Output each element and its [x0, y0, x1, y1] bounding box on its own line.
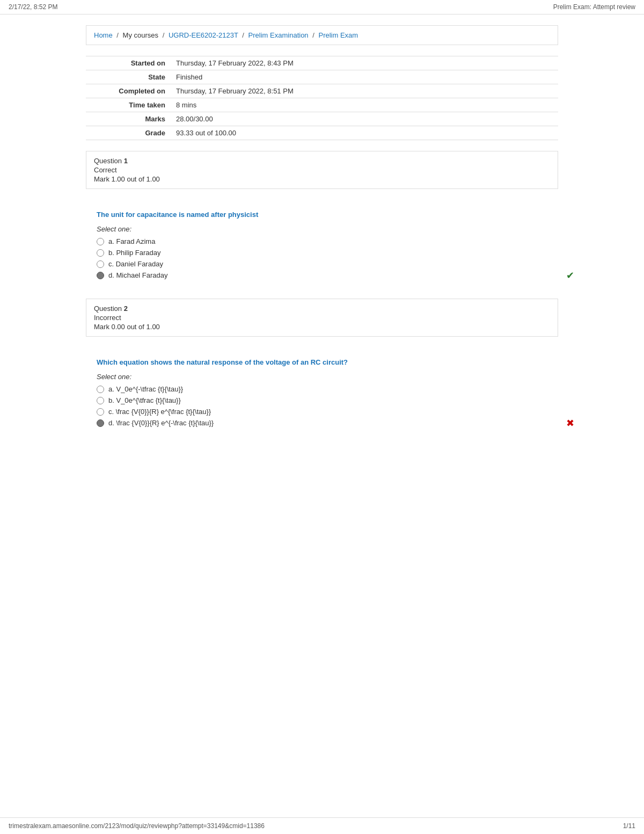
formula-box: V_0e^{\tfrac {t}{\tau}}	[116, 396, 180, 404]
formula-box: \frac {V{0}}{R} e^{-\frac {t}{\tau}}	[116, 419, 214, 427]
question-label: Question	[94, 304, 124, 313]
option-text: b. Philip Faraday	[108, 249, 161, 257]
option-radio	[97, 419, 104, 427]
option-text: c. Daniel Faraday	[108, 260, 163, 268]
breadcrumb: Home / My courses / UGRD-EE6202-2123T / …	[86, 25, 558, 45]
question-block: Question 1 Correct Mark 1.00 out of 1.00	[86, 151, 558, 189]
top-bar-datetime: 2/17/22, 8:52 PM	[9, 3, 57, 11]
info-label: State	[86, 70, 172, 84]
option-item: b. Philip Faraday	[97, 249, 558, 257]
question-block: Question 2 Incorrect Mark 0.00 out of 1.…	[86, 299, 558, 337]
info-table: Started on Thursday, 17 February 2022, 8…	[86, 56, 558, 140]
top-bar-title: Prelim Exam: Attempt review	[553, 3, 635, 11]
option-radio	[97, 238, 104, 245]
info-value: 28.00/30.00	[172, 112, 558, 126]
breadcrumb-sep4: /	[312, 31, 314, 39]
question-header: Question 2	[94, 304, 550, 313]
option-item: a. Farad Azima	[97, 237, 558, 245]
info-value: Finished	[172, 70, 558, 84]
main-content: Home / My courses / UGRD-EE6202-2123T / …	[75, 14, 569, 468]
info-value: 93.33 out of 100.00	[172, 126, 558, 140]
option-radio	[97, 397, 104, 404]
question-body: The unit for capacitance is named after …	[86, 202, 558, 288]
info-value: Thursday, 17 February 2022, 8:43 PM	[172, 56, 558, 70]
select-label: Select one:	[97, 225, 558, 233]
question-label: Question	[94, 157, 124, 165]
breadcrumb-exam[interactable]: Prelim Exam	[318, 31, 358, 39]
breadcrumb-sep3: /	[242, 31, 244, 39]
formula-box: V_0e^{-\tfrac {t}{\tau}}	[116, 385, 183, 393]
question-status: Incorrect	[94, 314, 550, 322]
breadcrumb-exam-section[interactable]: Prelim Examination	[248, 31, 309, 39]
breadcrumb-sep2: /	[163, 31, 165, 39]
top-bar: 2/17/22, 8:52 PM Prelim Exam: Attempt re…	[0, 0, 644, 14]
options-list: a. V_0e^{-\tfrac {t}{\tau}}b. V_0e^{\tfr…	[97, 385, 558, 427]
question-status: Correct	[94, 166, 550, 174]
select-label: Select one:	[97, 373, 558, 381]
info-label: Started on	[86, 56, 172, 70]
correct-icon: ✔	[566, 270, 574, 281]
option-text: c. \frac {V{0}}{R} e^{\frac {t}{\tau}}	[108, 408, 211, 416]
info-value: Thursday, 17 February 2022, 8:51 PM	[172, 84, 558, 98]
info-label: Marks	[86, 112, 172, 126]
option-item: b. V_0e^{\tfrac {t}{\tau}}	[97, 396, 558, 404]
breadcrumb-mycourses: My courses	[123, 31, 158, 39]
options-list: a. Farad Azimab. Philip Faradayc. Daniel…	[97, 237, 558, 279]
option-text: d. \frac {V{0}}{R} e^{-\frac {t}{\tau}}	[108, 419, 214, 427]
info-row: Grade 93.33 out of 100.00	[86, 126, 558, 140]
option-radio	[97, 249, 104, 257]
info-row: Time taken 8 mins	[86, 98, 558, 112]
formula-box: \frac {V{0}}{R} e^{\frac {t}{\tau}}	[116, 408, 211, 416]
option-text: b. V_0e^{\tfrac {t}{\tau}}	[108, 396, 181, 404]
breadcrumb-home[interactable]: Home	[94, 31, 113, 39]
breadcrumb-sep1: /	[116, 31, 119, 39]
option-item: d. Michael Faraday✔	[97, 271, 558, 279]
question-mark: Mark 1.00 out of 1.00	[94, 175, 550, 183]
breadcrumb-course[interactable]: UGRD-EE6202-2123T	[169, 31, 238, 39]
option-radio	[97, 386, 104, 393]
info-label: Grade	[86, 126, 172, 140]
question-text: The unit for capacitance is named after …	[97, 211, 558, 219]
option-radio	[97, 408, 104, 416]
question-number: 2	[124, 304, 128, 313]
info-value: 8 mins	[172, 98, 558, 112]
info-row: State Finished	[86, 70, 558, 84]
option-text: d. Michael Faraday	[108, 271, 168, 279]
info-row: Started on Thursday, 17 February 2022, 8…	[86, 56, 558, 70]
option-text: a. Farad Azima	[108, 237, 155, 245]
questions-container: Question 1 Correct Mark 1.00 out of 1.00…	[86, 151, 558, 446]
option-radio	[97, 272, 104, 279]
option-item: d. \frac {V{0}}{R} e^{-\frac {t}{\tau}}✖	[97, 419, 558, 427]
option-item: a. V_0e^{-\tfrac {t}{\tau}}	[97, 385, 558, 393]
question-header: Question 1	[94, 157, 550, 165]
info-label: Time taken	[86, 98, 172, 112]
option-item: c. Daniel Faraday	[97, 260, 558, 268]
option-text: a. V_0e^{-\tfrac {t}{\tau}}	[108, 385, 183, 393]
question-number: 1	[124, 157, 128, 165]
incorrect-icon: ✖	[566, 417, 574, 429]
option-radio	[97, 260, 104, 268]
info-label: Completed on	[86, 84, 172, 98]
info-row: Completed on Thursday, 17 February 2022,…	[86, 84, 558, 98]
option-item: c. \frac {V{0}}{R} e^{\frac {t}{\tau}}	[97, 408, 558, 416]
question-mark: Mark 0.00 out of 1.00	[94, 323, 550, 331]
question-body: Which equation shows the natural respons…	[86, 350, 558, 436]
question-text: Which equation shows the natural respons…	[97, 358, 558, 366]
info-row: Marks 28.00/30.00	[86, 112, 558, 126]
